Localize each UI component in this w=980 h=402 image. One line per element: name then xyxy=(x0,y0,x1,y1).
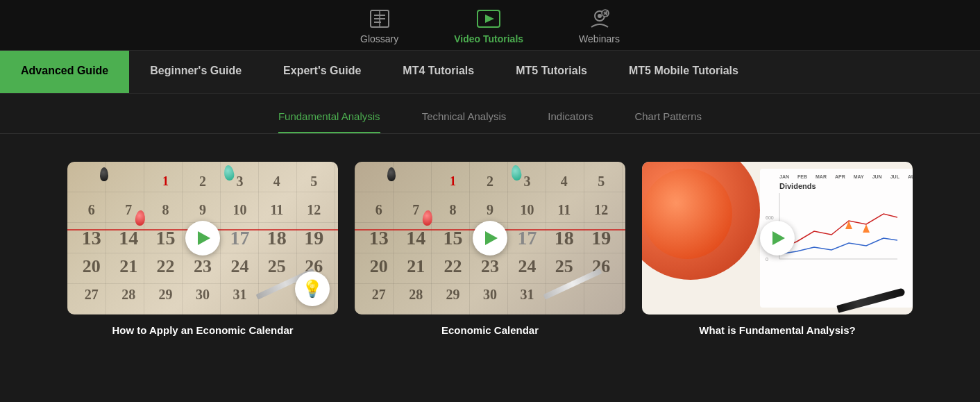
webinars-label: Webinars xyxy=(579,33,620,44)
play-button-3[interactable] xyxy=(760,221,795,256)
top-navigation: Glossary Video Tutorials Webinars xyxy=(0,0,980,51)
svg-text:600: 600 xyxy=(766,215,774,220)
video-title-2: Economic Calendar xyxy=(355,324,625,336)
svg-marker-18 xyxy=(845,221,852,229)
video-tutorials-label: Video Tutorials xyxy=(454,33,523,44)
svg-marker-19 xyxy=(863,224,870,233)
video-title-3: What is Fundamental Analysis? xyxy=(642,324,913,336)
video-card-2[interactable]: 12345 6789101112 13141516171819 20212223… xyxy=(355,162,625,336)
category-advanced-guide[interactable]: Advanced Guide xyxy=(0,51,129,93)
webinars-icon xyxy=(587,8,612,29)
tab-indicators[interactable]: Indicators xyxy=(548,110,593,133)
glossary-icon xyxy=(367,8,392,29)
video-grid: 12345 6789101112 13141516171819 20212223… xyxy=(0,155,980,357)
tab-technical-analysis[interactable]: Technical Analysis xyxy=(422,110,507,133)
category-experts-guide[interactable]: Expert's Guide xyxy=(262,51,382,93)
nav-item-webinars[interactable]: Webinars xyxy=(579,8,620,44)
category-mt5-tutorials[interactable]: MT5 Tutorials xyxy=(495,51,608,93)
category-navigation: Advanced Guide Beginner's Guide Expert's… xyxy=(0,51,980,94)
video-title-1: How to Apply an Economic Calendar xyxy=(67,324,338,336)
play-button-2[interactable] xyxy=(473,221,507,256)
video-card-3[interactable]: JANFEBMARAPRMAYJUNJULAUG Dividends 0 200… xyxy=(642,162,913,336)
bulb-badge-1: 💡 xyxy=(295,271,330,306)
video-thumbnail-1: 12345 6789101112 13141516171819 20212223… xyxy=(67,162,338,315)
video-card-1[interactable]: 12345 6789101112 13141516171819 20212223… xyxy=(67,162,338,336)
category-mt4-tutorials[interactable]: MT4 Tutorials xyxy=(382,51,495,93)
glossary-label: Glossary xyxy=(360,33,398,44)
nav-item-video-tutorials[interactable]: Video Tutorials xyxy=(454,8,523,44)
svg-text:0: 0 xyxy=(766,257,768,262)
svg-marker-6 xyxy=(485,15,494,23)
category-beginners-guide[interactable]: Beginner's Guide xyxy=(129,51,262,93)
sub-tab-bar: Fundamental Analysis Technical Analysis … xyxy=(0,94,980,134)
nav-item-glossary[interactable]: Glossary xyxy=(360,8,398,44)
svg-point-8 xyxy=(598,14,602,18)
category-mt5-mobile-tutorials[interactable]: MT5 Mobile Tutorials xyxy=(608,51,759,93)
tab-fundamental-analysis[interactable]: Fundamental Analysis xyxy=(278,110,380,133)
video-tutorials-icon xyxy=(476,8,501,29)
video-thumbnail-3: JANFEBMARAPRMAYJUNJULAUG Dividends 0 200… xyxy=(642,162,913,315)
video-thumbnail-2: 12345 6789101112 13141516171819 20212223… xyxy=(355,162,625,315)
play-button-1[interactable] xyxy=(185,221,220,256)
tab-chart-patterns[interactable]: Chart Patterns xyxy=(634,110,702,133)
